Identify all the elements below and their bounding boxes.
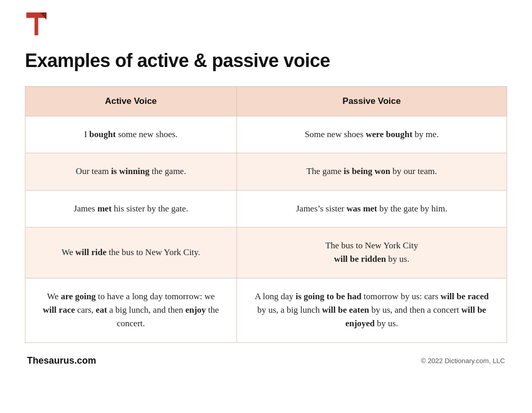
active-cell-3: James met his sister by the gate. bbox=[25, 190, 237, 227]
passive-cell-2: The game is being won by our team. bbox=[236, 153, 507, 190]
footer: Thesaurus.com © 2022 Dictionary.com, LLC bbox=[25, 355, 507, 366]
col-header-passive: Passive Voice bbox=[236, 87, 507, 116]
active-cell-2: Our team is winning the game. bbox=[25, 153, 237, 190]
passive-cell-3: James’s sister was met by the gate by hi… bbox=[236, 190, 507, 227]
brand-name: Thesaurus.com bbox=[27, 355, 96, 366]
logo-area bbox=[25, 12, 507, 37]
passive-cell-5: A long day is going to be had tomorrow b… bbox=[236, 278, 507, 342]
thesaurus-logo-icon bbox=[25, 12, 48, 35]
page-wrapper: Examples of active & passive voice Activ… bbox=[0, 0, 532, 383]
table-row: James met his sister by the gate. James’… bbox=[25, 190, 507, 227]
col-header-active: Active Voice bbox=[25, 87, 237, 116]
copyright-text: © 2022 Dictionary.com, LLC bbox=[421, 357, 505, 365]
table-row: Our team is winning the game. The game i… bbox=[25, 153, 507, 190]
page-title: Examples of active & passive voice bbox=[25, 50, 507, 72]
passive-cell-1: Some new shoes were bought by me. bbox=[236, 116, 507, 153]
passive-cell-4: The bus to New York City will be ridden … bbox=[236, 228, 507, 278]
voice-table: Active Voice Passive Voice I bought some… bbox=[25, 86, 507, 343]
table-row: I bought some new shoes. Some new shoes … bbox=[25, 116, 507, 153]
table-row: We will ride the bus to New York City. T… bbox=[25, 228, 507, 278]
table-row: We are going to have a long day tomorrow… bbox=[25, 278, 507, 342]
active-cell-5: We are going to have a long day tomorrow… bbox=[25, 278, 237, 342]
active-cell-1: I bought some new shoes. bbox=[25, 116, 237, 153]
active-cell-4: We will ride the bus to New York City. bbox=[25, 228, 237, 278]
